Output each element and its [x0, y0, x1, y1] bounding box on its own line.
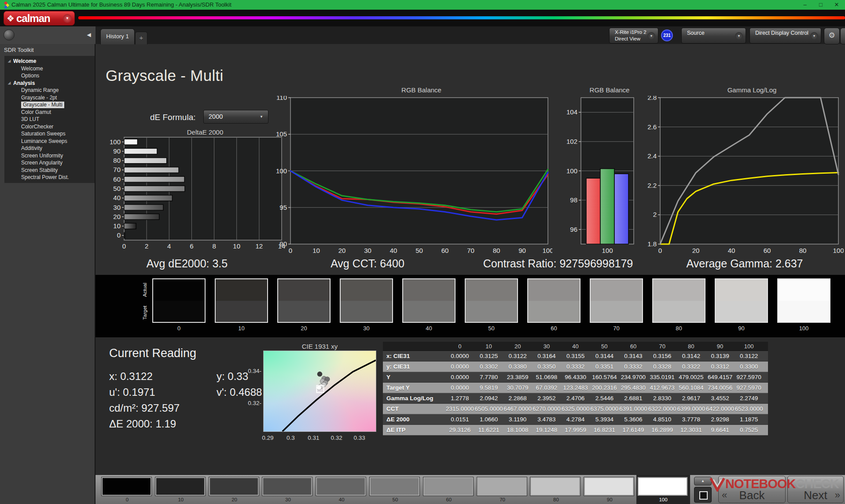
sidebar-item-colorchecker[interactable]: ColorChecker — [4, 123, 95, 131]
sidebar-item-screen-stability[interactable]: Screen Stability — [4, 167, 95, 174]
panel-collapse-button[interactable]: ◀ — [840, 28, 845, 44]
table-cell: 479.0025 — [677, 372, 706, 383]
grayscale-swatch-20 — [277, 278, 331, 323]
workflow-menu-button[interactable] — [4, 29, 15, 40]
chart-deltae: DeltaE 200002468101214100908070605040302… — [106, 128, 286, 254]
table-header-cell: 30 — [532, 342, 561, 351]
add-tab-button[interactable]: + — [135, 32, 147, 44]
pattern-level-10[interactable]: 10 — [154, 475, 208, 504]
tree-group-analysis[interactable]: ◢Analysis — [4, 80, 95, 87]
page-title: Grayscale - Multi — [106, 67, 224, 84]
pattern-level-80[interactable]: 80 — [529, 475, 583, 504]
pattern-level-100[interactable]: 100 — [636, 475, 690, 504]
table-cell: 5.3934 — [590, 414, 619, 425]
sidebar-item-dynamic-range[interactable]: Dynamic Range — [4, 87, 95, 94]
pattern-level-70[interactable]: 70 — [476, 475, 529, 504]
sidebar-item-additivity[interactable]: Additivity — [4, 145, 95, 152]
pattern-level-label: 50 — [368, 497, 422, 502]
table-cell: 18.1008 — [503, 425, 532, 435]
chart-title: RGB Balance — [558, 86, 638, 96]
table-cell: 5.3606 — [619, 414, 648, 425]
table-cell: 0.3125 — [474, 351, 503, 362]
pattern-level-label: 10 — [154, 497, 208, 502]
back-button[interactable]: « Back — [718, 476, 786, 503]
calman-logo-button[interactable]: ❖ calman ▼ — [4, 11, 75, 26]
svg-text:80: 80 — [113, 157, 121, 164]
summary-stat: Contrast Ratio: 927596998179 — [483, 257, 633, 270]
table-cell: 23.3859 — [503, 372, 532, 383]
source-dropdown[interactable]: Source ▼ — [681, 28, 746, 44]
pattern-swatch — [155, 477, 205, 496]
pattern-level-0[interactable]: 0 — [100, 475, 154, 504]
table-cell-sliver — [764, 351, 768, 362]
window-title: Calman 2025 Calman Ultimate for Business… — [11, 0, 231, 10]
svg-text:100: 100 — [602, 247, 613, 254]
svg-text:8: 8 — [212, 242, 216, 250]
chart-canvas: 90951001051100102030405060708090100 — [271, 96, 552, 257]
table-cell: 560.1084 — [677, 383, 706, 393]
table-cell: 6270.0000 — [532, 404, 561, 414]
pattern-swatch — [209, 477, 259, 496]
pattern-window-button[interactable] — [694, 487, 712, 503]
pattern-level-90[interactable]: 90 — [583, 475, 636, 504]
tree-expander-icon[interactable]: ◢ — [8, 58, 11, 65]
pattern-level-40[interactable]: 40 — [315, 475, 368, 504]
reading-value: y: 0.33 — [217, 370, 248, 383]
pattern-panel-up-button[interactable]: ▲ — [694, 477, 712, 486]
svg-text:2: 2 — [653, 211, 657, 218]
tree-group-welcome[interactable]: ◢Welcome — [4, 58, 95, 65]
sidebar-item-grayscale-2pt[interactable]: Grayscale - 2pt — [4, 94, 95, 102]
cie-xtick: 0.31 — [305, 435, 322, 441]
table-cell: 6467.0000 — [503, 404, 532, 414]
pattern-level-20[interactable]: 20 — [208, 475, 261, 504]
sidebar-collapse-icon[interactable]: ◀ — [84, 30, 93, 40]
pattern-level-30[interactable]: 30 — [261, 475, 315, 504]
chart-rgb_line: RGB Balance90951001051100102030405060708… — [271, 86, 552, 259]
table-row-label: ΔE 2000 — [383, 414, 445, 425]
pattern-swatch — [316, 477, 366, 496]
reading-value: u': 0.1971 — [109, 386, 155, 398]
svg-text:30: 30 — [364, 247, 371, 254]
sidebar-item-screen-angularity[interactable]: Screen Angularity — [4, 159, 95, 167]
sidebar-item-welcome[interactable]: Welcome — [4, 65, 95, 73]
sidebar-item-luminance-sweeps[interactable]: Luminance Sweeps — [4, 138, 95, 145]
svg-text:95: 95 — [279, 204, 287, 211]
pattern-level-50[interactable]: 50 — [368, 475, 422, 504]
sidebar-item-screen-uniformity[interactable]: Screen Uniformity — [4, 152, 95, 160]
sidebar-item-spectral-power-dist-[interactable]: Spectral Power Dist. — [4, 174, 95, 181]
chart-title: RGB Balance — [271, 86, 552, 96]
chevron-down-icon: ▼ — [63, 14, 72, 23]
tab-history-1[interactable]: History 1 — [100, 29, 135, 44]
sidebar-item-color-gamut[interactable]: Color Gamut — [4, 109, 95, 116]
sidebar-item-grayscale-multi[interactable]: Grayscale - Multi — [4, 101, 95, 109]
minimize-button[interactable]: – — [797, 0, 812, 10]
table-cell-sliver — [764, 404, 768, 414]
meter-dropdown[interactable]: X-Rite i1Pro 2 Direct View ▼ — [609, 28, 658, 44]
table-cell: 6391.0000 — [619, 404, 648, 414]
swatch-step-label: 60 — [527, 325, 580, 332]
tree-expander-icon[interactable]: ◢ — [8, 80, 11, 87]
sidebar-item-3d-lut[interactable]: 3D LUT — [4, 116, 95, 123]
display-control-dropdown[interactable]: Direct Display Control ▼ — [749, 28, 821, 44]
next-button[interactable]: Next » — [787, 476, 844, 503]
svg-text:40: 40 — [728, 247, 735, 254]
sidebar-item-options[interactable]: Options — [4, 72, 95, 80]
de-formula-select[interactable]: 2000 ▼ — [203, 110, 268, 124]
table-cell: 734.0056 — [705, 383, 735, 393]
table-cell: 0.3328 — [648, 362, 677, 372]
title-bar: Calman 2025 Calman Ultimate for Business… — [0, 0, 845, 10]
table-cell: 9.6641 — [705, 425, 735, 435]
maximize-button[interactable]: □ — [813, 0, 828, 10]
sidebar-item-saturation-sweeps[interactable]: Saturation Sweeps — [4, 130, 95, 138]
measurement-point — [317, 372, 322, 376]
svg-text:12: 12 — [256, 242, 263, 250]
source-status-indicator — [683, 29, 685, 42]
close-button[interactable]: ✕ — [829, 0, 844, 10]
table-cell: 0.3122 — [735, 351, 764, 362]
settings-gear-button[interactable]: ⚙ — [824, 28, 840, 44]
pattern-level-60[interactable]: 60 — [422, 475, 476, 504]
pattern-level-label: 60 — [422, 497, 476, 502]
svg-text:20: 20 — [338, 247, 346, 254]
svg-text:4: 4 — [167, 242, 171, 250]
svg-text:96: 96 — [570, 226, 577, 233]
